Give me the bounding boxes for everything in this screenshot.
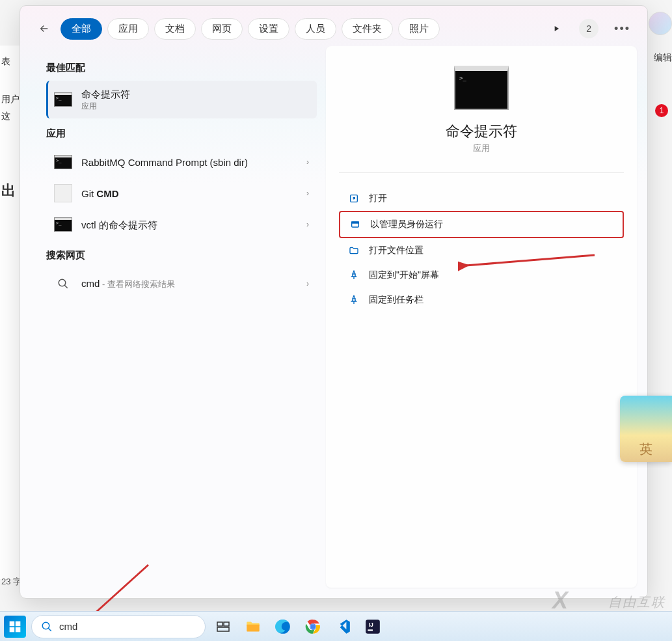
cmd-icon (54, 153, 72, 171)
svg-rect-12 (224, 622, 229, 626)
tab-photos[interactable]: 照片 (398, 18, 440, 40)
more-button[interactable]: ••• (610, 22, 634, 36)
svg-rect-7 (16, 621, 21, 626)
watermark-x-icon: X (552, 587, 568, 614)
result-title: RabbitMQ Command Prompt (sbin dir) (81, 156, 301, 169)
bg-edit-label: 编辑 (654, 52, 672, 64)
detail-subtitle: 应用 (339, 143, 624, 154)
tab-settings[interactable]: 设置 (248, 18, 289, 40)
action-open-location[interactable]: 打开文件位置 (339, 238, 624, 263)
search-icon (54, 275, 72, 293)
result-title: Git CMD (81, 187, 301, 200)
chevron-right-icon: › (306, 220, 309, 229)
result-title: 命令提示符 (81, 87, 309, 101)
cmd-icon (54, 215, 72, 234)
result-title: cmd - 查看网络搜索结果 (81, 277, 301, 290)
pin-icon (348, 269, 360, 281)
search-panel: 全部 应用 文档 网页 设置 人员 文件夹 照片 2 ••• 最佳匹配 命令提示… (20, 5, 648, 599)
svg-point-19 (310, 624, 315, 629)
tab-documents[interactable]: 文档 (154, 18, 196, 40)
folder-icon (348, 245, 360, 256)
tab-apps[interactable]: 应用 (107, 18, 149, 40)
tab-web[interactable]: 网页 (201, 18, 243, 40)
tab-all[interactable]: 全部 (60, 18, 102, 40)
git-icon (54, 184, 72, 202)
bg-avatar (649, 12, 672, 35)
open-icon (348, 193, 360, 204)
bg-notification-badge: 1 (655, 104, 668, 117)
svg-rect-6 (10, 621, 15, 626)
result-vctl[interactable]: vctl 的命令提示符 › (46, 209, 317, 240)
action-label: 打开文件位置 (369, 245, 423, 256)
admin-shield-icon (349, 219, 361, 230)
divider (339, 172, 624, 173)
back-button[interactable] (33, 18, 55, 40)
section-web-search: 搜索网页 (46, 249, 317, 262)
result-title: vctl 的命令提示符 (81, 218, 301, 232)
action-label: 固定到任务栏 (369, 294, 423, 306)
svg-point-0 (59, 279, 66, 286)
watermark-text: 自由互联 (608, 593, 665, 611)
header-count-badge[interactable]: 2 (579, 19, 598, 38)
task-view-icon[interactable] (211, 614, 235, 639)
intellij-icon[interactable]: IJ (360, 614, 385, 639)
svg-rect-13 (217, 627, 229, 631)
result-web-search[interactable]: cmd - 查看网络搜索结果 › (46, 268, 317, 299)
ime-widget[interactable]: 英 (620, 396, 672, 462)
result-subtitle: 应用 (81, 101, 309, 112)
section-apps: 应用 (46, 128, 317, 140)
section-best-match: 最佳匹配 (46, 62, 317, 74)
taskbar-search-input[interactable] (59, 621, 196, 632)
action-run-as-admin[interactable]: 以管理员身份运行 (339, 211, 624, 238)
panel-header: 全部 应用 文档 网页 设置 人员 文件夹 照片 2 ••• (20, 6, 647, 46)
svg-rect-21 (368, 629, 373, 631)
taskbar: IJ (0, 611, 672, 641)
svg-rect-9 (16, 627, 21, 632)
explorer-icon[interactable] (241, 614, 265, 639)
taskbar-search-box[interactable] (31, 615, 206, 638)
cmd-icon (54, 90, 72, 109)
result-rabbitmq[interactable]: RabbitMQ Command Prompt (sbin dir) › (46, 146, 317, 178)
chevron-right-icon: › (306, 189, 309, 198)
detail-app-thumb-icon (454, 66, 509, 110)
tab-folders[interactable]: 文件夹 (342, 18, 393, 40)
results-left-column: 最佳匹配 命令提示符 应用 应用 RabbitMQ Command Prompt… (31, 46, 317, 588)
svg-point-10 (42, 622, 49, 629)
start-button[interactable] (4, 616, 26, 638)
play-button[interactable] (545, 18, 567, 40)
pin-icon (348, 294, 360, 306)
search-icon (41, 621, 53, 633)
action-label: 固定到"开始"屏幕 (369, 269, 439, 281)
svg-rect-8 (10, 627, 15, 632)
bg-left-fragment: 表 用户 这 出 (0, 46, 20, 579)
edge-icon[interactable] (271, 614, 295, 639)
bg-status-text: 23 字 (1, 576, 21, 588)
result-cmd-prompt[interactable]: 命令提示符 应用 (46, 81, 317, 118)
result-git-cmd[interactable]: Git CMD › (46, 178, 317, 209)
detail-pane: 命令提示符 应用 打开 以管理员身份运行 打开文件位置 固定到"开始"屏幕 (326, 46, 637, 588)
svg-rect-11 (217, 622, 222, 626)
chrome-icon[interactable] (301, 614, 325, 639)
action-open[interactable]: 打开 (339, 186, 624, 211)
action-label: 以管理员身份运行 (370, 219, 443, 230)
action-pin-start[interactable]: 固定到"开始"屏幕 (339, 263, 624, 288)
tab-people[interactable]: 人员 (295, 18, 336, 40)
action-label: 打开 (369, 193, 387, 204)
svg-rect-3 (352, 222, 359, 223)
action-pin-taskbar[interactable]: 固定到任务栏 (339, 288, 624, 312)
svg-text:IJ: IJ (369, 621, 373, 628)
chevron-right-icon: › (306, 279, 309, 288)
chevron-right-icon: › (306, 157, 309, 167)
vscode-icon[interactable] (330, 614, 355, 639)
detail-title: 命令提示符 (339, 122, 624, 141)
